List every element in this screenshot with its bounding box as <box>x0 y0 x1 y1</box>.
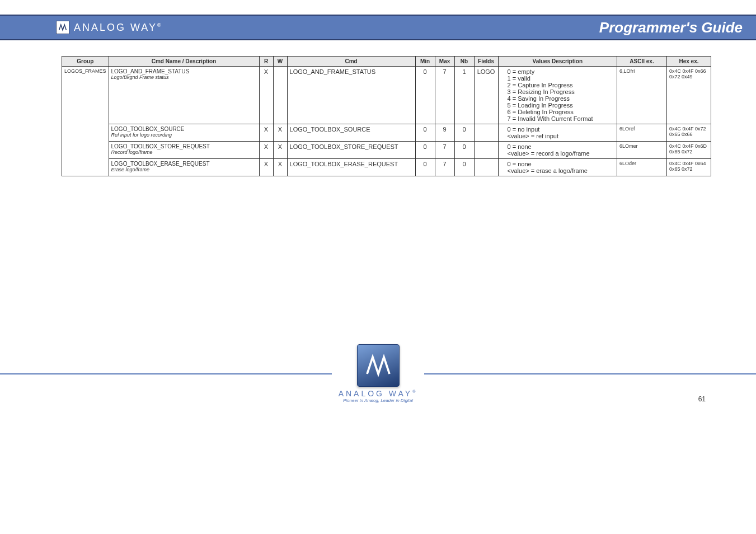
brand-name: ANALOG WAY® <box>74 22 161 34</box>
cell-name: LOGO_AND_FRAME_STATUSLogo/Bkgnd Frame st… <box>109 67 259 124</box>
cell-ascii: 6LOmer <box>617 142 667 159</box>
cell-name: LOGO_TOOLBOX_SOURCERef input for logo re… <box>109 124 259 142</box>
cell-cmd: LOGO_TOOLBOX_STORE_REQUEST <box>287 142 415 159</box>
cell-w: X <box>273 159 287 176</box>
cell-max: 9 <box>435 124 454 142</box>
footer-logo-icon <box>357 344 400 387</box>
cell-desc: 0 = empty1 = valid2 = Capture In Progres… <box>498 67 617 124</box>
cell-fields: LOGO <box>474 67 498 124</box>
th-nb: Nb <box>454 57 474 67</box>
cell-w: X <box>273 142 287 159</box>
cell-desc: 0 = no input<value> = ref input <box>498 124 617 142</box>
cell-hex: 0x4C 0x4F 0x64 0x65 0x72 <box>667 159 711 176</box>
th-ascii: ASCII ex. <box>617 57 667 67</box>
cell-min: 0 <box>415 159 435 176</box>
th-max: Max <box>435 57 454 67</box>
brand-logo-icon <box>56 21 69 34</box>
cell-min: 0 <box>415 67 435 124</box>
cell-min: 0 <box>415 142 435 159</box>
cell-cmd: LOGO_AND_FRAME_STATUS <box>287 67 415 124</box>
table-row: LOGOS_FRAMESLOGO_AND_FRAME_STATUSLogo/Bk… <box>62 67 711 124</box>
cell-w: X <box>273 124 287 142</box>
brand-block: ANALOG WAY® <box>56 21 161 34</box>
footer-rule-right <box>424 373 756 374</box>
cell-max: 7 <box>435 67 454 124</box>
cell-ascii: 6LOref <box>617 124 667 142</box>
cell-cmd: LOGO_TOOLBOX_SOURCE <box>287 124 415 142</box>
cell-r: X <box>259 67 273 124</box>
content-area: Group Cmd Name / Description R W Cmd Min… <box>0 40 756 176</box>
cell-min: 0 <box>415 124 435 142</box>
cell-max: 7 <box>435 142 454 159</box>
footer-brand: ANALOG WAY® Pioneer in Analog, Leader in… <box>339 344 418 403</box>
cell-ascii: 6,LOfrI <box>617 67 667 124</box>
cell-hex: 0x4C 0x4F 0x6D 0x65 0x72 <box>667 142 711 159</box>
th-group: Group <box>62 57 109 67</box>
cell-nb: 0 <box>454 124 474 142</box>
cell-group: LOGOS_FRAMES <box>62 67 109 176</box>
cell-fields <box>474 124 498 142</box>
cell-desc: 0 = none<value> = erase a logo/frame <box>498 159 617 176</box>
cell-name: LOGO_TOOLBOX_STORE_REQUESTRecord logo/fr… <box>109 142 259 159</box>
cell-fields <box>474 159 498 176</box>
cell-hex: 0x4C 0x4F 0x66 0x72 0x49 <box>667 67 711 124</box>
th-desc: Values Description <box>498 57 617 67</box>
footer-rule-left <box>0 373 332 374</box>
cell-w <box>273 67 287 124</box>
th-cmd: Cmd <box>287 57 415 67</box>
cell-r: X <box>259 142 273 159</box>
commands-table: Group Cmd Name / Description R W Cmd Min… <box>62 56 711 176</box>
table-header-row: Group Cmd Name / Description R W Cmd Min… <box>62 57 711 67</box>
table-row: LOGO_TOOLBOX_STORE_REQUESTRecord logo/fr… <box>62 142 711 159</box>
th-fields: Fields <box>474 57 498 67</box>
cell-cmd: LOGO_TOOLBOX_ERASE_REQUEST <box>287 159 415 176</box>
cell-ascii: 6LOder <box>617 159 667 176</box>
cell-nb: 0 <box>454 159 474 176</box>
th-r: R <box>259 57 273 67</box>
cell-nb: 0 <box>454 142 474 159</box>
cell-fields <box>474 142 498 159</box>
page-title: Programmer's Guide <box>599 19 743 36</box>
cell-hex: 0x4C 0x4F 0x72 0x65 0x66 <box>667 124 711 142</box>
cell-name: LOGO_TOOLBOX_ERASE_REQUESTErase logo/fra… <box>109 159 259 176</box>
footer-brand-name: ANALOG WAY® <box>339 389 418 398</box>
footer-area: ANALOG WAY® Pioneer in Analog, Leader in… <box>0 344 756 403</box>
table-row: LOGO_TOOLBOX_SOURCERef input for logo re… <box>62 124 711 142</box>
table-row: LOGO_TOOLBOX_ERASE_REQUESTErase logo/fra… <box>62 159 711 176</box>
header-bar: ANALOG WAY® Programmer's Guide <box>0 15 756 40</box>
cell-nb: 1 <box>454 67 474 124</box>
th-name: Cmd Name / Description <box>109 57 259 67</box>
footer-tagline: Pioneer in Analog, Leader in Digital <box>339 398 418 403</box>
th-min: Min <box>415 57 435 67</box>
th-w: W <box>273 57 287 67</box>
th-hex: Hex ex. <box>667 57 711 67</box>
cell-r: X <box>259 124 273 142</box>
cell-max: 7 <box>435 159 454 176</box>
cell-desc: 0 = none<value> = record a logo/frame <box>498 142 617 159</box>
cell-r: X <box>259 159 273 176</box>
